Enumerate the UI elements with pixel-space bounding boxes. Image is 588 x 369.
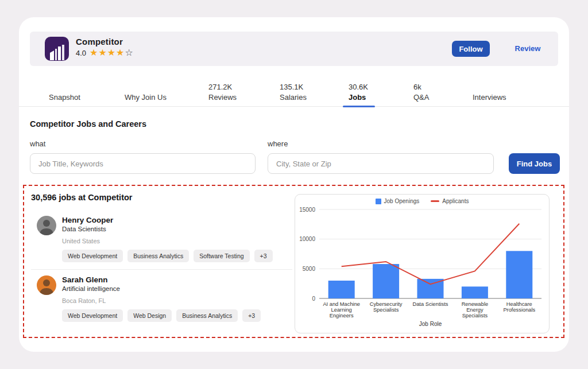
star-icon: ★ — [116, 48, 125, 57]
job-person-name: Henry Cooper — [62, 216, 292, 224]
where-label: where — [268, 139, 288, 148]
tab-label: Interviews — [473, 93, 506, 102]
company-logo-icon — [45, 37, 69, 61]
tab-count: 6k — [413, 83, 429, 91]
jobs-chart: 050001000015000AI and MachineLearningEng… — [295, 195, 549, 333]
results-heading: 30,596 jobs at Competitor — [31, 193, 132, 202]
tab-label: Reviews — [208, 93, 237, 102]
svg-text:HealthcareProfessionals: HealthcareProfessionals — [503, 301, 535, 313]
tab-bar: SnapshotWhy Join Us271.2KReviews135.1KSa… — [19, 80, 569, 107]
svg-text:10000: 10000 — [299, 236, 315, 242]
tab-count: 135.1K — [280, 83, 307, 91]
svg-text:5000: 5000 — [303, 266, 316, 272]
job-location: Boca Raton, FL — [62, 297, 292, 304]
tag-chip[interactable]: Web Development — [62, 309, 123, 322]
tab-jobs[interactable]: 30.6KJobs — [349, 83, 368, 102]
svg-text:RenewableEnergySpecialists: RenewableEnergySpecialists — [462, 301, 489, 318]
job-location: United States — [62, 238, 292, 244]
tab-why-join-us[interactable]: Why Join Us — [125, 93, 167, 102]
tag-chip[interactable]: Business Analytics — [127, 250, 189, 262]
tag-chip[interactable]: Web Design — [127, 309, 172, 322]
job-card[interactable]: Henry CooperData ScientistsUnited States… — [31, 210, 292, 269]
svg-text:AI and MachineLearningEngineer: AI and MachineLearningEngineers — [323, 301, 360, 318]
company-page-card: Competitor 4.0 ★★★★☆ Follow Review Snaps… — [19, 17, 569, 352]
job-role: Data Scientists — [62, 226, 292, 232]
tag-chip[interactable]: +3 — [254, 250, 273, 262]
tag-row: Web DevelopmentWeb DesignBusiness Analyt… — [62, 309, 292, 322]
tab-label: Why Join Us — [125, 93, 167, 102]
job-person-name: Sarah Glenn — [62, 275, 292, 284]
avatar — [37, 275, 56, 295]
rating-row: 4.0 ★★★★☆ — [76, 48, 134, 57]
job-card[interactable]: Sarah GlennArtificial intelligenceBoca R… — [31, 269, 292, 329]
job-role: Artificial intelligence — [62, 285, 292, 292]
rating-value: 4.0 — [76, 49, 86, 57]
tag-row: Web DevelopmentBusiness AnalyticsSoftwar… — [62, 250, 292, 262]
jobs-chart-panel: Job OpeningsApplicants 050001000015000AI… — [295, 194, 550, 333]
job-info: Sarah GlennArtificial intelligenceBoca R… — [62, 275, 292, 322]
tag-chip[interactable]: Web Development — [62, 250, 123, 262]
avatar — [37, 216, 56, 235]
jobs-results-section: 30,596 jobs at Competitor Henry CooperDa… — [23, 185, 564, 338]
company-name: Competitor — [76, 37, 134, 46]
job-list: Henry CooperData ScientistsUnited States… — [31, 210, 292, 329]
tab-reviews[interactable]: 271.2KReviews — [208, 83, 237, 102]
tab-snapshot[interactable]: Snapshot — [49, 93, 80, 102]
page-title: Competitor Jobs and Careers — [30, 119, 146, 129]
tab-label: Snapshot — [49, 93, 80, 102]
tab-label: Salaries — [280, 93, 307, 102]
svg-text:CybersecuritySpecialists: CybersecuritySpecialists — [370, 301, 403, 313]
star-outline-icon: ☆ — [125, 48, 133, 57]
follow-button[interactable]: Follow — [452, 41, 490, 57]
tab-count: 271.2K — [208, 83, 237, 91]
svg-text:15000: 15000 — [299, 207, 315, 213]
tab-count: 30.6K — [349, 83, 368, 91]
job-info: Henry CooperData ScientistsUnited States… — [62, 216, 292, 262]
job-title-input[interactable] — [30, 153, 256, 174]
what-label: what — [30, 139, 45, 148]
svg-text:Job Role: Job Role — [419, 321, 442, 327]
tag-chip[interactable]: Software Testing — [194, 250, 249, 262]
tag-chip[interactable]: +3 — [242, 309, 261, 322]
star-icon: ★ — [107, 48, 116, 57]
svg-text:0: 0 — [312, 296, 315, 302]
page: { "header": { "logo_icon": "company-buil… — [0, 0, 588, 369]
tab-q-a[interactable]: 6kQ&A — [413, 83, 429, 102]
tab-interviews[interactable]: Interviews — [473, 93, 506, 102]
tab-salaries[interactable]: 135.1KSalaries — [280, 83, 307, 102]
company-identity: Competitor 4.0 ★★★★☆ — [76, 37, 134, 57]
review-link[interactable]: Review — [508, 44, 548, 53]
tag-chip[interactable]: Business Analytics — [176, 309, 238, 322]
star-icon: ★ — [98, 48, 107, 57]
tab-label: Q&A — [413, 93, 429, 102]
company-header: Competitor 4.0 ★★★★☆ Follow Review — [30, 32, 558, 66]
tab-label: Jobs — [349, 93, 368, 102]
location-input[interactable] — [268, 153, 494, 174]
find-jobs-button[interactable]: Find Jobs — [509, 153, 560, 174]
svg-text:Data Scientists: Data Scientists — [412, 301, 448, 307]
rating-stars: ★★★★☆ — [90, 48, 134, 57]
star-icon: ★ — [90, 48, 98, 57]
